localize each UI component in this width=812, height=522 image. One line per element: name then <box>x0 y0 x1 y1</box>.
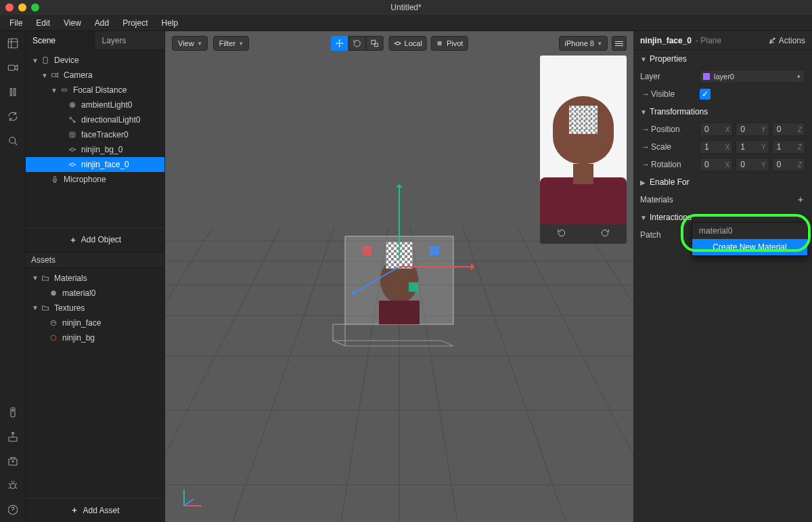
scene-node-facetracker[interactable]: faceTracker0 <box>26 127 164 142</box>
scale-z-input[interactable]: 1Z <box>772 140 805 154</box>
axis-gizmo[interactable] <box>179 484 206 511</box>
menu-edit[interactable]: Edit <box>29 16 57 30</box>
node-label: ninjin_face <box>62 318 101 328</box>
visible-checkbox[interactable]: ✓ <box>700 89 710 100</box>
device-icon <box>41 56 50 65</box>
y-axis-arrow[interactable] <box>399 185 400 259</box>
titlebar: Untitled* <box>0 0 812 15</box>
refresh-icon[interactable] <box>5 108 21 125</box>
section-transformations[interactable]: ▼Transformations <box>633 103 812 121</box>
preview-pause-icon[interactable] <box>600 228 610 240</box>
layout-icon[interactable] <box>5 35 21 51</box>
menu-view[interactable]: View <box>57 16 88 30</box>
preview-restart-icon[interactable] <box>557 228 566 240</box>
svg-rect-32 <box>375 43 378 47</box>
menu-add[interactable]: Add <box>88 16 116 30</box>
filter-dropdown[interactable]: Filter▾ <box>213 36 249 51</box>
material-popup-menu: material0 Create New Material <box>692 222 808 256</box>
camera-icon[interactable] <box>5 60 21 76</box>
send-to-device-icon[interactable] <box>5 404 21 420</box>
assets-material0[interactable]: material0 <box>26 286 164 301</box>
preview-pane <box>540 56 627 244</box>
ambient-light-icon <box>68 100 77 110</box>
search-icon[interactable] <box>5 133 21 149</box>
svg-rect-1 <box>8 65 15 70</box>
menu-project[interactable]: Project <box>116 16 154 30</box>
tab-scene[interactable]: Scene <box>26 31 95 50</box>
materials-label: Materials <box>640 195 673 204</box>
filter-label: Filter <box>219 39 235 47</box>
assets-ninjin-face[interactable]: ninjin_face <box>26 316 164 330</box>
assets-materials-folder[interactable]: ▼Materials <box>26 271 164 286</box>
svg-point-8 <box>10 483 16 489</box>
assets-textures-folder[interactable]: ▼Textures <box>26 301 164 316</box>
position-y-input[interactable]: 0Y <box>736 123 769 136</box>
rotation-arrow-icon[interactable]: → <box>640 159 651 170</box>
rotate-tool[interactable] <box>348 36 366 51</box>
pause-icon[interactable] <box>5 84 21 100</box>
bug-icon[interactable] <box>5 477 21 494</box>
yz-plane-handle[interactable] <box>362 246 371 255</box>
node-label: material0 <box>62 288 95 298</box>
x-axis-arrow[interactable] <box>399 266 474 267</box>
xz-plane-handle[interactable] <box>409 282 418 292</box>
scene-node-mic[interactable]: Microphone <box>26 172 164 187</box>
scene-node-focal[interactable]: ▼Focal Distance <box>26 83 164 97</box>
tab-layers[interactable]: Layers <box>95 31 165 50</box>
xy-plane-handle[interactable] <box>430 246 439 255</box>
add-material-button[interactable]: ＋ <box>796 194 805 206</box>
position-z-input[interactable]: 0Z <box>772 123 805 136</box>
export-icon[interactable] <box>5 429 21 445</box>
view-dropdown[interactable]: View▾ <box>172 36 208 51</box>
rotation-x-input[interactable]: 0X <box>700 158 733 171</box>
visible-arrow-icon[interactable]: → <box>640 89 651 100</box>
node-label: Device <box>54 56 79 65</box>
scene-node-ambient[interactable]: ambientLight0 <box>26 97 164 112</box>
scale-x-input[interactable]: 1X <box>700 140 733 154</box>
scene-node-ninjin-face[interactable]: ninjin_face_0 <box>26 157 164 172</box>
preview-options-icon[interactable] <box>612 36 627 51</box>
svg-point-19 <box>51 320 56 326</box>
actions-button[interactable]: Actions <box>768 36 805 45</box>
local-label: Local <box>405 39 422 47</box>
scene-node-ninjin-bg[interactable]: ninjin_bg_0 <box>26 142 164 157</box>
move-tool[interactable] <box>331 36 348 51</box>
scene-node-camera[interactable]: ▼Camera <box>26 68 164 83</box>
texture-icon <box>49 318 58 328</box>
inspector-node-name: ninjin_face_0 <box>640 36 692 45</box>
svg-line-30 <box>184 499 194 506</box>
scene-node-directional[interactable]: directionalLight0 <box>26 112 164 127</box>
svg-rect-0 <box>8 39 18 48</box>
library-icon[interactable] <box>5 453 21 469</box>
preview-canvas[interactable] <box>540 56 627 225</box>
menu-help[interactable]: Help <box>155 16 185 30</box>
node-label: Materials <box>54 274 87 283</box>
rotation-y-input[interactable]: 0Y <box>736 158 769 171</box>
material-option-material0[interactable]: material0 <box>692 223 807 239</box>
viewport-3d[interactable]: View▾ Filter▾ Local Pivot iPhone 8▾ <box>165 31 633 522</box>
device-label: iPhone 8 <box>565 39 594 47</box>
device-dropdown[interactable]: iPhone 8▾ <box>559 36 608 51</box>
menu-file[interactable]: File <box>3 16 29 30</box>
help-icon[interactable] <box>5 502 21 518</box>
local-toggle[interactable]: Local <box>389 36 427 51</box>
scale-arrow-icon[interactable]: → <box>640 142 651 152</box>
transformations-label: Transformations <box>650 107 708 116</box>
position-arrow-icon[interactable]: → <box>640 124 651 135</box>
section-properties[interactable]: ▼Properties <box>633 50 812 68</box>
section-enable-for[interactable]: ▶Enable For <box>633 173 812 191</box>
rotation-z-input[interactable]: 0Z <box>772 158 805 171</box>
scale-y-input[interactable]: 1Y <box>736 140 769 154</box>
scene-node-device[interactable]: ▼Device <box>26 53 164 68</box>
scale-tool[interactable] <box>366 36 384 51</box>
scene-content[interactable] <box>304 189 494 365</box>
pivot-toggle[interactable]: Pivot <box>431 36 468 51</box>
position-x-input[interactable]: 0X <box>700 123 733 136</box>
add-object-button[interactable]: ＋Add Object <box>26 227 164 252</box>
add-asset-button[interactable]: ＋Add Asset <box>26 498 164 522</box>
svg-rect-11 <box>52 74 56 77</box>
assets-ninjin-bg[interactable]: ninjin_bg <box>26 330 164 345</box>
create-new-material-button[interactable]: Create New Material <box>692 239 807 255</box>
interactions-label: Interactions <box>650 213 692 222</box>
layer-select[interactable]: layer0▾ <box>700 70 805 83</box>
